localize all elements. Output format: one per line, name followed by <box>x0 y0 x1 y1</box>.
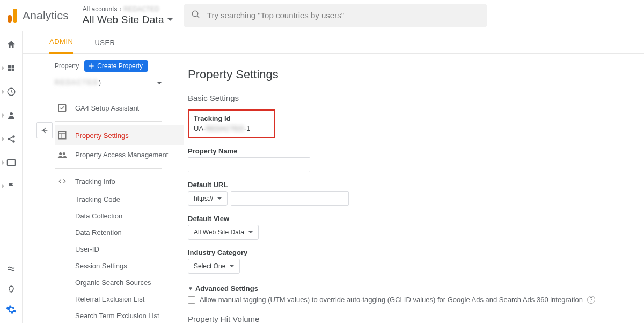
manual-tagging-label: Allow manual tagging (UTM values) to ove… <box>200 296 583 304</box>
svg-point-12 <box>13 141 14 142</box>
sub-organic-sources[interactable]: Organic Search Sources <box>75 274 184 291</box>
help-icon[interactable]: ? <box>587 296 595 304</box>
caret-down-icon: ▼ <box>188 285 193 291</box>
nav-conversions[interactable] <box>0 180 22 192</box>
create-property-button[interactable]: Create Property <box>84 60 148 72</box>
caret-down-icon <box>230 265 234 267</box>
expand-icon <box>2 90 4 94</box>
flag-icon <box>6 181 17 192</box>
view-selector[interactable]: All Web Site Data <box>83 14 173 26</box>
nav-rail <box>0 31 23 323</box>
tracking-id-value: UA-REDACTED-1 <box>194 124 250 133</box>
swap-icon <box>6 263 17 274</box>
svg-rect-6 <box>8 69 11 71</box>
svg-rect-4 <box>8 65 11 68</box>
nav-attribution[interactable] <box>0 263 22 275</box>
menu-label: Property Settings <box>75 131 129 140</box>
property-column: Property Create Property REDACTED) GA4 S… <box>23 54 184 323</box>
svg-rect-0 <box>13 9 17 23</box>
sub-search-term-exclusion[interactable]: Search Term Exclusion List <box>75 307 184 323</box>
svg-line-14 <box>10 140 13 141</box>
home-icon <box>6 39 17 50</box>
clock-icon <box>6 86 17 97</box>
nav-realtime[interactable] <box>0 62 22 74</box>
create-property-label: Create Property <box>97 62 143 70</box>
crumb-account-name: REDACTED <box>124 5 159 13</box>
layout-icon <box>57 130 68 140</box>
view-name: All Web Site Data <box>83 14 164 26</box>
svg-rect-5 <box>11 65 14 68</box>
sub-user-id[interactable]: User-ID <box>75 241 184 258</box>
settings-content: Property Settings Basic Settings Trackin… <box>184 54 644 323</box>
back-button[interactable] <box>36 122 53 138</box>
manual-tagging-checkbox[interactable] <box>188 296 195 304</box>
sub-data-retention[interactable]: Data Retention <box>75 224 184 241</box>
check-icon <box>57 103 68 113</box>
svg-point-22 <box>59 152 62 155</box>
menu-label: Tracking Info <box>75 178 115 186</box>
svg-rect-7 <box>11 69 14 71</box>
app-header: Analytics All accounts › REDACTED All We… <box>0 0 644 31</box>
sub-tracking-code[interactable]: Tracking Code <box>75 191 184 208</box>
property-name-input[interactable] <box>188 157 310 172</box>
expand-icon <box>2 113 4 118</box>
divider <box>188 106 628 106</box>
tab-user[interactable]: USER <box>94 39 115 53</box>
search-icon <box>191 10 201 21</box>
default-url-input[interactable] <box>231 191 349 206</box>
caret-down-icon <box>217 197 222 200</box>
share-icon <box>6 134 17 144</box>
nav-lifecycle[interactable] <box>0 86 22 98</box>
basic-settings-header: Basic Settings <box>188 93 628 106</box>
svg-point-10 <box>8 138 10 140</box>
caret-down-icon <box>248 231 253 233</box>
analytics-logo-icon <box>5 9 18 23</box>
nav-discover[interactable] <box>0 283 22 295</box>
menu-property-settings[interactable]: Property Settings <box>55 125 184 145</box>
svg-point-2 <box>192 11 198 17</box>
nav-acquisition[interactable] <box>0 133 22 145</box>
industry-category-select[interactable]: Select One <box>188 259 240 274</box>
menu-tracking-info[interactable]: Tracking Info <box>55 172 184 191</box>
property-name-label: Property Name <box>188 147 628 155</box>
property-hit-volume-header: Property Hit Volume <box>188 314 628 323</box>
url-protocol-select[interactable]: https:// <box>188 191 228 206</box>
svg-line-13 <box>10 137 13 138</box>
default-view-select[interactable]: All Web Site Data <box>188 225 259 240</box>
expand-icon <box>2 160 4 165</box>
property-selector[interactable]: REDACTED) <box>55 77 162 88</box>
sub-referral-exclusion[interactable]: Referral Exclusion List <box>75 291 184 307</box>
caret-down-icon <box>157 82 162 84</box>
sub-session-settings[interactable]: Session Settings <box>75 258 184 274</box>
industry-category-label: Industry Category <box>188 248 628 256</box>
grid-icon <box>6 63 17 74</box>
menu-label: Property Access Management <box>75 151 168 160</box>
nav-home[interactable] <box>0 39 22 50</box>
account-switcher[interactable]: All accounts › REDACTED All Web Site Dat… <box>83 5 173 26</box>
advanced-settings-toggle[interactable]: ▼ Advanced Settings <box>188 284 628 292</box>
sub-data-collection[interactable]: Data Collection <box>75 208 184 224</box>
menu-property-access[interactable]: Property Access Management <box>55 145 184 165</box>
svg-point-23 <box>63 152 65 155</box>
search-bar[interactable] <box>184 4 487 27</box>
default-view-label: Default View <box>188 215 628 223</box>
nav-admin[interactable] <box>0 304 22 315</box>
nav-behavior[interactable] <box>0 157 22 168</box>
menu-label: GA4 Setup Assistant <box>75 104 139 112</box>
breadcrumb: All accounts › REDACTED <box>83 5 173 13</box>
screen-icon <box>6 157 17 168</box>
svg-point-11 <box>13 136 14 137</box>
default-url-label: Default URL <box>188 181 628 189</box>
search-input[interactable] <box>207 11 480 20</box>
svg-rect-15 <box>7 160 15 166</box>
svg-point-9 <box>10 112 13 115</box>
nav-user[interactable] <box>0 109 22 121</box>
expand-icon <box>2 137 4 141</box>
brand-text: Analytics <box>23 9 69 22</box>
menu-ga4-assistant[interactable]: GA4 Setup Assistant <box>55 98 184 118</box>
tab-admin[interactable]: ADMIN <box>49 38 73 54</box>
svg-line-3 <box>197 16 199 18</box>
people-icon <box>57 151 68 159</box>
tracking-submenu: Tracking Code Data Collection Data Reten… <box>55 191 184 323</box>
svg-rect-19 <box>58 131 66 139</box>
